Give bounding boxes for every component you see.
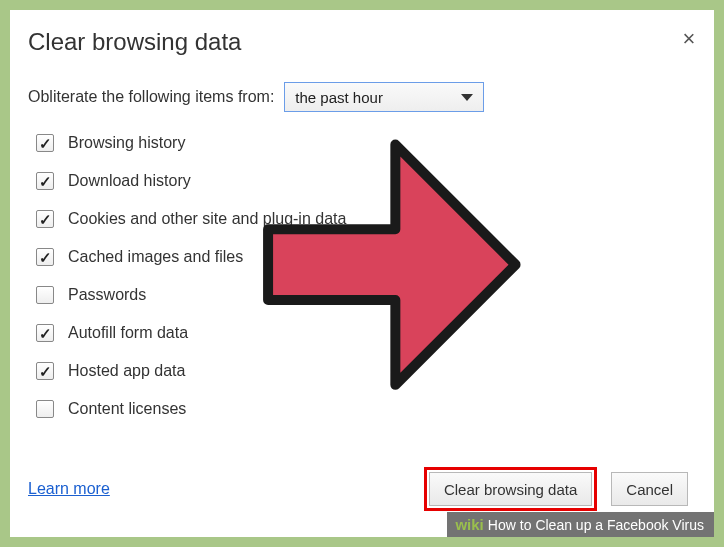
brand-prefix: wiki <box>455 516 483 533</box>
clear-data-button[interactable]: Clear browsing data <box>429 472 592 506</box>
button-row: Clear browsing data Cancel <box>424 467 688 511</box>
close-icon: × <box>683 26 696 51</box>
caption-bar: wikiHow to Clean up a Facebook Virus <box>447 512 714 537</box>
checklist-item: Autofill form data <box>36 324 708 342</box>
checklist-item-label: Hosted app data <box>68 362 185 380</box>
checkbox[interactable] <box>36 400 54 418</box>
checkbox[interactable] <box>36 324 54 342</box>
checklist-item: Content licenses <box>36 400 708 418</box>
checkbox[interactable] <box>36 210 54 228</box>
dialog-footer: Learn more Clear browsing data Cancel <box>28 467 688 511</box>
close-button[interactable]: × <box>676 26 702 52</box>
checklist-item: Cached images and files <box>36 248 708 266</box>
checklist-item: Hosted app data <box>36 362 708 380</box>
checklist-item-label: Autofill form data <box>68 324 188 342</box>
time-range-row: Obliterate the following items from: the… <box>28 82 708 112</box>
clear-browsing-data-dialog: × Clear browsing data Obliterate the fol… <box>28 20 708 438</box>
checklist-item: Passwords <box>36 286 708 304</box>
checklist-item: Browsing history <box>36 134 708 152</box>
checklist-item-label: Download history <box>68 172 191 190</box>
time-range-label: Obliterate the following items from: <box>28 88 274 106</box>
checklist-item-label: Content licenses <box>68 400 186 418</box>
time-range-select[interactable]: the past hour <box>284 82 484 112</box>
data-type-checklist: Browsing historyDownload historyCookies … <box>28 134 708 418</box>
dialog-title: Clear browsing data <box>28 28 708 56</box>
learn-more-link[interactable]: Learn more <box>28 480 110 498</box>
checklist-item-label: Cached images and files <box>68 248 243 266</box>
time-range-value: the past hour <box>295 89 383 106</box>
primary-button-highlight: Clear browsing data <box>424 467 597 511</box>
checklist-item-label: Passwords <box>68 286 146 304</box>
checkbox[interactable] <box>36 362 54 380</box>
checkbox[interactable] <box>36 134 54 152</box>
checklist-item-label: Browsing history <box>68 134 185 152</box>
checkbox[interactable] <box>36 248 54 266</box>
cancel-button[interactable]: Cancel <box>611 472 688 506</box>
checklist-item: Cookies and other site and plug-in data <box>36 210 708 228</box>
checkbox[interactable] <box>36 286 54 304</box>
article-title: to Clean up a Facebook Virus <box>520 517 704 533</box>
chevron-down-icon <box>461 94 473 101</box>
checkbox[interactable] <box>36 172 54 190</box>
checklist-item-label: Cookies and other site and plug-in data <box>68 210 346 228</box>
tutorial-frame: × Clear browsing data Obliterate the fol… <box>0 0 724 547</box>
brand-suffix: How <box>488 517 516 533</box>
checklist-item: Download history <box>36 172 708 190</box>
